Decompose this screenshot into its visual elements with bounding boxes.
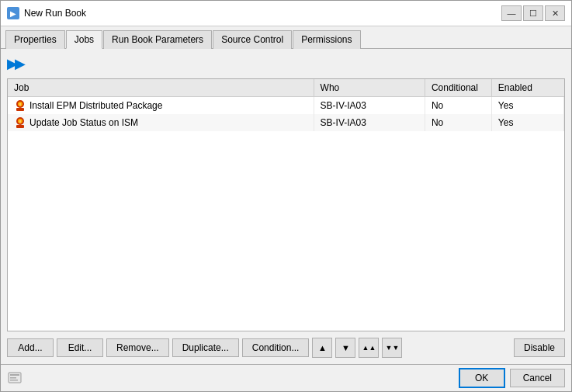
duplicate-button[interactable]: Duplicate...: [172, 338, 239, 357]
job-icon: !: [14, 99, 26, 112]
col-header-conditional: Conditional: [425, 79, 491, 97]
run-all-icon[interactable]: ▶▶: [7, 55, 23, 72]
tab-jobs[interactable]: Jobs: [66, 30, 102, 49]
col-header-job: Job: [8, 79, 314, 97]
disable-button[interactable]: Disable: [514, 338, 565, 357]
svg-rect-11: [10, 380, 18, 381]
remove-button[interactable]: Remove...: [106, 338, 169, 357]
svg-rect-5: [16, 125, 24, 128]
job-name: Update Job Status on ISM: [29, 117, 138, 128]
tab-permissions[interactable]: Permissions: [293, 30, 360, 49]
main-window: ▶ New Run Book — ☐ ✕ Properties Jobs Run…: [0, 0, 572, 392]
minimize-button[interactable]: —: [501, 5, 522, 21]
jobs-toolbar: ▶▶: [7, 55, 565, 74]
move-bottom-button[interactable]: ▼▼: [382, 338, 402, 358]
close-button[interactable]: ✕: [545, 5, 565, 21]
job-icon: !: [14, 116, 26, 129]
footer: OK Cancel: [1, 364, 571, 391]
job-enabled: Yes: [491, 114, 563, 131]
table-row[interactable]: ! Install EPM Distributed Package SB-IV-…: [8, 97, 564, 115]
job-enabled: Yes: [491, 97, 563, 115]
job-cell-content: ! Update Job Status on ISM: [14, 116, 307, 129]
condition-button[interactable]: Condition...: [242, 338, 310, 357]
move-down-button[interactable]: ▼: [335, 338, 355, 358]
job-cell-content: ! Install EPM Distributed Package: [14, 99, 307, 112]
move-top-button[interactable]: ▲▲: [359, 338, 379, 358]
edit-button[interactable]: Edit...: [57, 338, 103, 357]
footer-icon: [7, 370, 23, 386]
title-bar: ▶ New Run Book — ☐ ✕: [1, 1, 571, 26]
table-row[interactable]: ! Update Job Status on ISM SB-IV-IA03 No…: [8, 114, 564, 131]
tab-properties[interactable]: Properties: [5, 30, 65, 49]
move-up-button[interactable]: ▲: [312, 338, 332, 358]
table-header-row: Job Who Conditional Enabled: [8, 79, 564, 97]
footer-left: [7, 370, 454, 386]
job-who: SB-IV-IA03: [314, 97, 425, 115]
job-conditional: No: [425, 114, 491, 131]
window-title: New Run Book: [24, 8, 86, 19]
svg-text:!: !: [19, 120, 21, 124]
window-icon: ▶: [7, 7, 19, 19]
maximize-button[interactable]: ☐: [523, 5, 543, 21]
col-header-who: Who: [314, 79, 425, 97]
tab-content: ▶▶ Job Who Conditional Enabled: [1, 49, 571, 364]
svg-rect-10: [10, 377, 16, 379]
jobs-table-container: Job Who Conditional Enabled: [7, 78, 565, 331]
job-conditional: No: [425, 97, 491, 115]
add-button[interactable]: Add...: [7, 338, 54, 357]
tab-source-control[interactable]: Source Control: [213, 30, 292, 49]
job-name-cell: ! Install EPM Distributed Package: [8, 97, 314, 115]
tab-bar: Properties Jobs Run Book Parameters Sour…: [1, 26, 571, 49]
title-bar-left: ▶ New Run Book: [7, 7, 86, 19]
job-name: Install EPM Distributed Package: [29, 100, 162, 111]
job-who: SB-IV-IA03: [314, 114, 425, 131]
svg-text:!: !: [19, 102, 21, 107]
tab-runbook-params[interactable]: Run Book Parameters: [103, 30, 212, 49]
job-name-cell: ! Update Job Status on ISM: [8, 114, 314, 131]
svg-rect-9: [10, 374, 19, 376]
action-buttons: Add... Edit... Remove... Duplicate... Co…: [7, 336, 565, 358]
jobs-table: Job Who Conditional Enabled: [8, 79, 564, 131]
cancel-button[interactable]: Cancel: [510, 369, 565, 387]
col-header-enabled: Enabled: [491, 79, 563, 97]
svg-rect-1: [16, 108, 24, 111]
window-controls: — ☐ ✕: [501, 5, 565, 21]
ok-button[interactable]: OK: [459, 368, 505, 388]
